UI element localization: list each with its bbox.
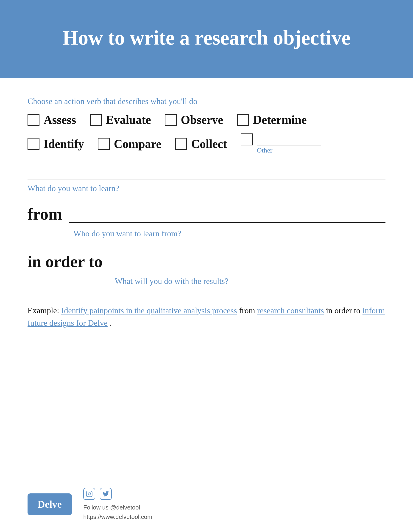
main-content: Choose an action verb that describes wha… (0, 78, 413, 481)
checkbox-identify[interactable]: Identify (28, 137, 84, 151)
checkboxes-row-2: Identify Compare Collect Other (28, 133, 385, 154)
checkboxes-row-1: Assess Evaluate Observe Determine (28, 113, 385, 127)
from-row: from (28, 205, 385, 225)
checkbox-other-group: Other (241, 133, 321, 154)
checkbox-collect-box[interactable] (175, 138, 187, 150)
what-learn-label: What do you want to learn? (28, 184, 119, 193)
checkbox-assess-label: Assess (44, 113, 76, 127)
example-middle: from (239, 306, 257, 315)
checkbox-compare-box[interactable] (98, 138, 110, 150)
in-order-fill-line[interactable] (110, 268, 385, 270)
checkbox-determine-box[interactable] (237, 114, 249, 126)
action-verb-section: Choose an action verb that describes wha… (28, 96, 385, 154)
in-order-section: in order to What will you do with the re… (28, 252, 385, 286)
svg-rect-0 (86, 491, 92, 497)
checkbox-other-row[interactable] (241, 133, 321, 145)
checkbox-observe-label: Observe (181, 113, 223, 127)
page-title: How to write a research objective (62, 26, 350, 50)
example-link-1[interactable]: Identify painpoints in the qualitative a… (61, 306, 237, 315)
example-link-2[interactable]: research consultants (257, 306, 324, 315)
checkbox-determine-label: Determine (253, 113, 307, 127)
checkbox-collect[interactable]: Collect (175, 137, 227, 151)
checkbox-observe[interactable]: Observe (165, 113, 223, 127)
in-order-row: in order to (28, 252, 385, 272)
checkbox-compare[interactable]: Compare (98, 137, 161, 151)
checkbox-assess-box[interactable] (28, 114, 39, 126)
from-label: Who do you want to learn from? (73, 229, 385, 238)
example-connector: in order to (326, 306, 363, 315)
from-fill-line[interactable] (69, 220, 385, 223)
example-prefix: Example: (28, 306, 59, 315)
svg-point-1 (88, 493, 90, 495)
footer-section: Delve Follow us @delvetool https://www.d… (0, 481, 413, 532)
instagram-icon[interactable] (83, 488, 95, 500)
header-section: How to write a research objective (0, 0, 413, 78)
svg-point-2 (91, 492, 91, 493)
checkbox-determine[interactable]: Determine (237, 113, 307, 127)
other-caption: Other (257, 146, 272, 154)
in-order-label: What will you do with the results? (115, 276, 385, 286)
example-suffix: . (110, 318, 112, 328)
checkbox-identify-box[interactable] (28, 138, 39, 150)
social-section: Follow us @delvetool https://www.delveto… (83, 488, 152, 521)
example-text: Example: Identify painpoints in the qual… (28, 304, 385, 329)
social-icons-row (83, 488, 152, 500)
follow-text: Follow us @delvetool (83, 504, 152, 511)
twitter-icon[interactable] (100, 488, 112, 500)
checkbox-identify-label: Identify (44, 137, 84, 151)
checkbox-other-box[interactable] (241, 133, 253, 145)
other-line[interactable] (257, 133, 321, 145)
from-word: from (28, 205, 62, 225)
in-order-word: in order to (28, 252, 102, 272)
action-verb-label: Choose an action verb that describes wha… (28, 96, 385, 106)
from-section: from Who do you want to learn from? (28, 205, 385, 238)
checkbox-collect-label: Collect (191, 137, 227, 151)
checkbox-compare-label: Compare (114, 137, 161, 151)
example-section: Example: Identify painpoints in the qual… (28, 304, 385, 329)
checkbox-evaluate-box[interactable] (90, 114, 102, 126)
what-learn-line (28, 177, 385, 179)
checkbox-evaluate-label: Evaluate (106, 113, 151, 127)
checkbox-assess[interactable]: Assess (28, 113, 76, 127)
website-url: https://www.delvetool.com (83, 513, 152, 521)
delve-button[interactable]: Delve (28, 494, 72, 515)
checkbox-evaluate[interactable]: Evaluate (90, 113, 151, 127)
what-learn-section: What do you want to learn? (28, 177, 385, 193)
checkbox-observe-box[interactable] (165, 114, 177, 126)
